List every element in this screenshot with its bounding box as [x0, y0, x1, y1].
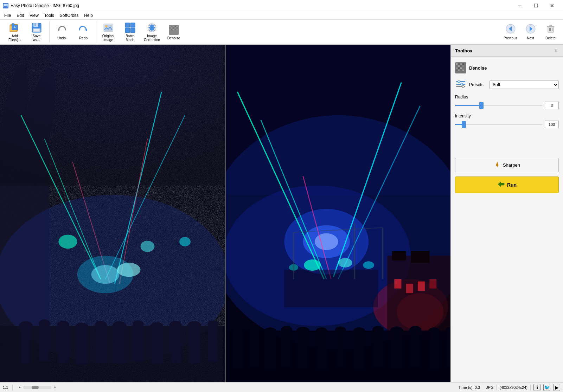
- menu-bar: File Edit View Tools SoftOrbits Help: [0, 11, 563, 20]
- save-as-icon: [31, 22, 42, 33]
- svg-rect-28: [171, 27, 172, 28]
- svg-rect-43: [550, 25, 552, 26]
- intensity-label: Intensity: [455, 114, 559, 118]
- svg-point-93: [315, 233, 338, 250]
- svg-point-166: [462, 86, 464, 88]
- previous-icon: [506, 24, 516, 36]
- toolbar-file-group: + AddFile(s)... Saveas...: [3, 21, 49, 43]
- undo-button[interactable]: Undo: [51, 21, 72, 43]
- save-as-button[interactable]: Saveas...: [26, 21, 47, 43]
- add-files-label: AddFile(s)...: [8, 34, 21, 42]
- denoise-tool-name: Denoise: [469, 65, 487, 71]
- menu-file[interactable]: File: [1, 11, 14, 19]
- spacer: [455, 133, 559, 154]
- main-content: Toolbox ✕: [0, 45, 563, 382]
- status-divider-1: [12, 385, 13, 390]
- sharpen-label: Sharpen: [503, 162, 520, 168]
- zoom-out-button[interactable]: -: [17, 385, 23, 390]
- svg-rect-19: [130, 28, 135, 33]
- svg-rect-24: [173, 26, 174, 27]
- menu-edit[interactable]: Edit: [14, 11, 27, 19]
- image-dimensions: (4032x3024x24): [499, 385, 527, 390]
- denoise-icon: [168, 24, 179, 36]
- svg-rect-104: [394, 279, 401, 289]
- delete-label: Delete: [545, 36, 556, 40]
- redo-label: Redo: [79, 36, 88, 40]
- presets-label: Presets: [469, 82, 487, 87]
- redo-button[interactable]: Redo: [73, 21, 94, 43]
- next-label: Next: [527, 36, 534, 40]
- image-correction-icon: [146, 22, 158, 33]
- batch-mode-icon: [124, 22, 136, 33]
- radius-slider-thumb[interactable]: [479, 102, 484, 109]
- image-correction-button[interactable]: ImageCorrection: [141, 21, 162, 43]
- radius-label: Radius: [455, 95, 559, 99]
- save-as-label: Saveas...: [33, 34, 41, 42]
- batch-mode-label: BatchMode: [126, 34, 135, 42]
- window-controls: ─ ☐ ✕: [512, 0, 560, 11]
- toolbox-close-button[interactable]: ✕: [553, 48, 559, 53]
- close-button[interactable]: ✕: [544, 0, 560, 11]
- radius-slider-track[interactable]: [455, 105, 543, 106]
- denoise-button[interactable]: Denoise: [163, 21, 184, 43]
- social-twitter-button[interactable]: 🐦: [543, 384, 550, 391]
- zoom-slider-thumb[interactable]: [32, 386, 39, 389]
- run-button[interactable]: Run: [455, 176, 559, 193]
- add-files-icon: +: [9, 22, 20, 33]
- svg-marker-169: [498, 182, 504, 187]
- toolbox-title: Toolbox: [455, 48, 473, 53]
- toolbar-nav: Previous Next De: [501, 21, 560, 43]
- svg-rect-26: [177, 26, 178, 27]
- radius-slider-fill: [455, 105, 481, 106]
- svg-rect-131: [335, 330, 346, 368]
- social-youtube-button[interactable]: ▶: [553, 384, 560, 391]
- image-denoised: [226, 45, 450, 382]
- next-button[interactable]: Next: [521, 21, 540, 43]
- svg-rect-129: [316, 332, 327, 369]
- add-files-button[interactable]: + AddFile(s)...: [4, 21, 25, 43]
- toolbar: + AddFile(s)... Saveas...: [0, 20, 563, 45]
- maximize-button[interactable]: ☐: [528, 0, 544, 11]
- undo-label: Undo: [57, 36, 66, 40]
- zoom-level: 1:1: [3, 385, 8, 390]
- run-label: Run: [507, 182, 517, 188]
- svg-rect-25: [175, 26, 176, 27]
- original-image-button[interactable]: OriginalImage: [98, 21, 119, 43]
- svg-point-164: [458, 81, 460, 83]
- app-icon: [3, 3, 8, 8]
- title-bar: Easy Photo Denoise - IMG_8760.jpg ─ ☐ ✕: [0, 0, 563, 11]
- menu-help[interactable]: Help: [81, 11, 96, 19]
- info-button[interactable]: ℹ: [533, 384, 540, 391]
- delete-icon: [546, 24, 556, 36]
- zoom-slider-track[interactable]: [23, 386, 51, 389]
- window-title: Easy Photo Denoise - IMG_8760.jpg: [11, 3, 79, 8]
- run-icon: [497, 180, 505, 189]
- svg-point-111: [363, 261, 374, 269]
- menu-tools[interactable]: Tools: [41, 11, 57, 19]
- presets-select[interactable]: Soft Medium Strong Custom: [490, 81, 559, 89]
- sharpen-button[interactable]: Sharpen: [455, 158, 559, 172]
- radius-value[interactable]: 3: [545, 102, 559, 109]
- minimize-button[interactable]: ─: [512, 0, 528, 11]
- delete-button[interactable]: Delete: [541, 21, 560, 43]
- svg-point-15: [105, 25, 107, 27]
- status-right: Time (s): 0.3 JPG (4032x3024x24) ℹ 🐦 ▶: [459, 384, 560, 391]
- intensity-slider-track[interactable]: [455, 124, 543, 125]
- menu-view[interactable]: View: [27, 11, 41, 19]
- svg-rect-153: [456, 68, 458, 69]
- previous-button[interactable]: Previous: [501, 21, 520, 43]
- menu-softorbits[interactable]: SoftOrbits: [57, 11, 81, 19]
- svg-point-110: [338, 258, 352, 268]
- svg-rect-147: [460, 63, 462, 65]
- intensity-value[interactable]: 100: [545, 121, 559, 128]
- denoise-tool-icon: [455, 62, 466, 73]
- presets-row: Presets Soft Medium Strong Custom: [455, 79, 559, 90]
- intensity-slider-thumb[interactable]: [462, 121, 466, 128]
- svg-rect-107: [429, 279, 436, 289]
- svg-rect-157: [456, 70, 458, 71]
- batch-mode-button[interactable]: BatchMode: [120, 21, 141, 43]
- denoise-label: Denoise: [167, 36, 180, 40]
- intensity-section: Intensity 100: [455, 114, 559, 128]
- zoom-in-button[interactable]: +: [52, 385, 58, 390]
- svg-rect-154: [458, 68, 460, 69]
